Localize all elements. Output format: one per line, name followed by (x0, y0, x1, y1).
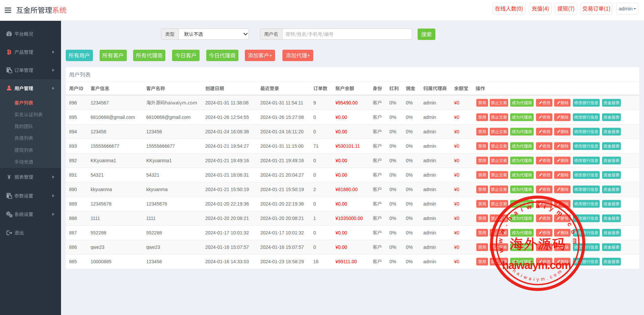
svg-text:haiwaiym.com: haiwaiym.com (512, 267, 564, 282)
